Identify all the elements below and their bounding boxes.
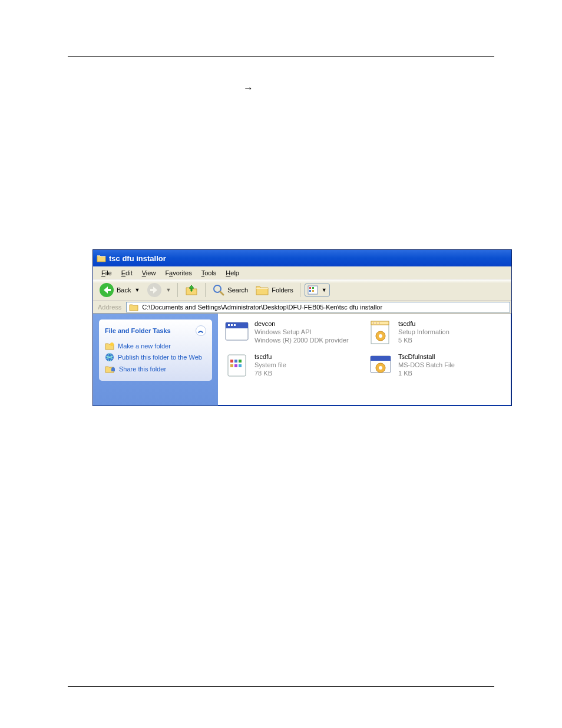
file-detail: 78 KB bbox=[254, 369, 286, 377]
toolbar-separator bbox=[300, 283, 300, 297]
svg-point-19 bbox=[376, 322, 377, 324]
folder-icon bbox=[97, 254, 106, 262]
views-button[interactable]: ▼ bbox=[305, 284, 330, 297]
task-label: Share this folder bbox=[119, 365, 166, 373]
address-label: Address bbox=[93, 304, 126, 311]
toolbar: Back ▼ ▼ Search Folders bbox=[93, 279, 511, 301]
svg-rect-8 bbox=[312, 290, 314, 292]
task-label: Publish this folder to the Web bbox=[118, 354, 202, 361]
search-button[interactable]: Search bbox=[210, 282, 250, 298]
search-label: Search bbox=[227, 286, 248, 294]
svg-rect-6 bbox=[309, 290, 311, 292]
svg-rect-28 bbox=[239, 364, 242, 367]
folders-button[interactable]: Folders bbox=[253, 282, 296, 298]
file-name: devcon bbox=[254, 319, 349, 328]
chevron-down-icon[interactable]: ▼ bbox=[134, 287, 140, 293]
svg-rect-26 bbox=[230, 364, 233, 367]
file-detail: Setup Information bbox=[398, 328, 449, 336]
file-tscdfuinstall[interactable]: TscDfuInstall MS-DOS Batch File 1 KB bbox=[368, 353, 505, 378]
back-icon bbox=[99, 282, 114, 298]
page-rule-top bbox=[68, 56, 494, 57]
folders-label: Folders bbox=[272, 286, 293, 294]
svg-point-31 bbox=[379, 366, 382, 370]
file-name: tscdfu bbox=[398, 319, 449, 328]
menu-edit[interactable]: Edit bbox=[117, 268, 137, 278]
svg-rect-7 bbox=[312, 287, 314, 289]
file-detail: System file bbox=[254, 361, 286, 369]
svg-point-21 bbox=[379, 334, 382, 338]
titlebar[interactable]: tsc dfu installor bbox=[93, 250, 511, 266]
file-devcon[interactable]: devcon Windows Setup API Windows (R) 200… bbox=[224, 319, 362, 345]
svg-rect-25 bbox=[239, 360, 242, 363]
svg-rect-5 bbox=[309, 287, 311, 289]
svg-rect-14 bbox=[228, 324, 230, 326]
back-button[interactable]: Back ▼ bbox=[97, 281, 142, 299]
forward-button: ▼ bbox=[144, 281, 173, 299]
arrow-glyph: → bbox=[243, 83, 253, 94]
task-sidebar: File and Folder Tasks ︽ Make a new folde… bbox=[93, 314, 218, 406]
address-input[interactable]: C:\Documents and Settings\Administrator\… bbox=[126, 302, 510, 312]
explorer-window: tsc dfu installor FFileile Edit View Fav… bbox=[92, 249, 512, 406]
page-rule-bottom bbox=[68, 686, 494, 687]
folder-icon bbox=[129, 303, 138, 311]
task-make-new-folder[interactable]: Make a new folder bbox=[105, 341, 206, 351]
svg-rect-30 bbox=[371, 356, 391, 361]
task-publish-folder[interactable]: Publish this folder to the Web bbox=[105, 351, 206, 363]
menu-help[interactable]: Help bbox=[221, 268, 244, 278]
back-label: Back bbox=[117, 286, 131, 294]
share-folder-icon bbox=[105, 364, 115, 374]
task-share-folder[interactable]: Share this folder bbox=[105, 363, 206, 375]
toolbar-separator bbox=[205, 283, 206, 297]
menu-tools[interactable]: Tools bbox=[197, 268, 222, 278]
views-icon bbox=[308, 285, 318, 295]
collapse-icon[interactable]: ︽ bbox=[196, 325, 206, 336]
menu-file[interactable]: FFileile bbox=[97, 268, 117, 278]
globe-icon bbox=[105, 353, 114, 362]
svg-point-18 bbox=[373, 322, 374, 324]
task-label: Make a new folder bbox=[118, 342, 171, 350]
svg-rect-23 bbox=[230, 360, 233, 363]
new-folder-icon bbox=[105, 342, 114, 350]
svg-rect-24 bbox=[234, 360, 237, 363]
menu-view[interactable]: View bbox=[137, 268, 161, 278]
svg-rect-15 bbox=[231, 324, 233, 326]
file-tscdfu-inf[interactable]: tscdfu Setup Information 5 KB bbox=[368, 319, 505, 345]
file-detail: 5 KB bbox=[398, 336, 449, 344]
forward-icon bbox=[147, 282, 162, 298]
folders-icon bbox=[255, 284, 269, 297]
batch-file-icon bbox=[368, 353, 394, 378]
file-detail: Windows (R) 2000 DDK provider bbox=[254, 336, 349, 344]
svg-rect-16 bbox=[234, 324, 236, 326]
file-detail: Windows Setup API bbox=[254, 328, 349, 336]
file-name: TscDfuInstall bbox=[398, 353, 455, 361]
menubar: FFileile Edit View Favorites Tools Help bbox=[93, 266, 511, 279]
folder-up-icon bbox=[184, 283, 199, 297]
explorer-body: File and Folder Tasks ︽ Make a new folde… bbox=[93, 314, 511, 406]
addressbar: Address C:\Documents and Settings\Admini… bbox=[93, 301, 511, 314]
menu-favorites[interactable]: Favorites bbox=[160, 268, 196, 278]
file-folder-tasks-panel: File and Folder Tasks ︽ Make a new folde… bbox=[99, 319, 212, 381]
sys-file-icon bbox=[224, 353, 250, 378]
svg-rect-27 bbox=[234, 364, 237, 367]
search-icon bbox=[212, 284, 225, 297]
panel-title: File and Folder Tasks bbox=[105, 327, 171, 334]
inf-file-icon bbox=[368, 319, 394, 345]
file-list[interactable]: devcon Windows Setup API Windows (R) 200… bbox=[218, 314, 511, 406]
file-detail: 1 KB bbox=[398, 369, 455, 377]
chevron-down-icon[interactable]: ▼ bbox=[322, 287, 327, 293]
application-icon bbox=[224, 319, 250, 345]
toolbar-separator bbox=[177, 283, 178, 297]
file-name: tscdfu bbox=[254, 353, 286, 361]
chevron-down-icon: ▼ bbox=[166, 287, 171, 293]
svg-point-9 bbox=[110, 342, 114, 346]
svg-point-20 bbox=[379, 322, 380, 324]
file-tscdfu-sys[interactable]: tscdfu System file 78 KB bbox=[224, 353, 362, 378]
up-button[interactable] bbox=[182, 282, 201, 298]
window-title: tsc dfu installor bbox=[109, 254, 166, 263]
address-path: C:\Documents and Settings\Administrator\… bbox=[142, 304, 382, 311]
file-detail: MS-DOS Batch File bbox=[398, 361, 455, 369]
